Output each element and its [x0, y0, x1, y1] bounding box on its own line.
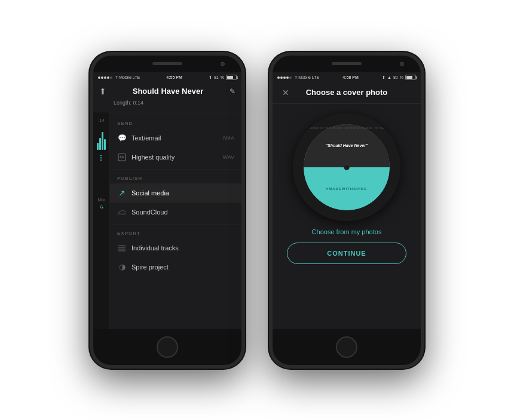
- vinyl-ring-text: THE WORLD IS YOUR STUDIO · RECORD ANYWHE…: [304, 127, 390, 130]
- close-button[interactable]: ✕: [280, 87, 292, 99]
- text-email-badge: M4A: [223, 135, 234, 141]
- choose-photos-link[interactable]: Choose from my photos: [312, 228, 382, 235]
- social-media-label: Social media: [131, 189, 234, 197]
- menu-item-individual-tracks[interactable]: Individual tracks: [110, 238, 241, 257]
- edit-icon[interactable]: ✎: [230, 87, 235, 96]
- battery-bar-2: [405, 75, 416, 80]
- send-section-label: SEND: [110, 117, 241, 128]
- menu-panel: SEND 💬 Text/email M4A Highest quality WA…: [110, 112, 241, 329]
- soundcloud-label: SoundCloud: [131, 209, 234, 216]
- phone-1-screen: T-Mobile LTE 4:55 PM ⬆ 81 % ⬆ Should Hav…: [93, 72, 241, 329]
- menu-item-social-media[interactable]: ↗ Social media: [110, 183, 241, 203]
- status-right-1: ⬆ 81 %: [209, 75, 237, 80]
- divider-2: [110, 224, 241, 225]
- spire-project-icon: ◑: [117, 262, 127, 272]
- phone-1: T-Mobile LTE 4:55 PM ⬆ 81 % ⬆ Should Hav…: [90, 52, 245, 369]
- highest-quality-label: Highest quality: [131, 154, 218, 161]
- location-icon: ⬆: [209, 75, 212, 80]
- status-left-2: T-Mobile LTE: [277, 75, 319, 79]
- three-dots-1: •••: [99, 155, 104, 161]
- carrier-2: T-Mobile LTE: [295, 75, 319, 79]
- menu-item-text-email[interactable]: 💬 Text/email M4A: [110, 128, 241, 148]
- individual-tracks-label: Individual tracks: [131, 244, 234, 252]
- battery-pct-2: 80: [393, 75, 398, 79]
- signal-dots-2: [277, 76, 292, 79]
- continue-button[interactable]: CONTINUE: [287, 243, 406, 264]
- battery-pct-symbol: %: [221, 75, 224, 79]
- battery-pct-1: 81: [214, 75, 219, 79]
- screen2-title: Choose a cover photo: [306, 88, 388, 97]
- share-icon[interactable]: ⬆: [99, 87, 106, 96]
- menu-item-highest-quality[interactable]: Highest quality WAV: [110, 148, 241, 167]
- phone-2-camera: [400, 62, 404, 66]
- text-email-label: Text/email: [131, 134, 218, 142]
- battery-bar-1: [226, 75, 237, 80]
- phone-1-speaker: [152, 62, 182, 65]
- waveform-panel: :14 ••• Mix ↺: [93, 112, 110, 329]
- phone-2-screen: T-Mobile LTE 4:58 PM ⬆ ▲ 80 % ✕ Choose a…: [273, 72, 421, 329]
- spire-project-label: Spire project: [131, 263, 234, 271]
- time-1: 4:55 PM: [166, 75, 182, 79]
- phone-1-camera: [221, 62, 225, 66]
- phone-1-top-bar: [93, 56, 241, 72]
- home-button-1[interactable]: [157, 336, 178, 358]
- phone-2: T-Mobile LTE 4:58 PM ⬆ ▲ 80 % ✕ Choose a…: [269, 52, 424, 369]
- highest-quality-badge: WAV: [223, 154, 235, 160]
- status-bar-1: T-Mobile LTE 4:55 PM ⬆ 81 %: [93, 72, 241, 83]
- divider-1: [110, 169, 241, 170]
- vinyl-container: THE WORLD IS YOUR STUDIO · RECORD ANYWHE…: [293, 114, 400, 221]
- screen1-header: ⬆ Should Have Never ✎ Length: 0:14: [93, 83, 241, 112]
- home-button-2[interactable]: [336, 336, 357, 358]
- phone-2-speaker: [332, 62, 362, 65]
- three-dots-2: ↺: [99, 205, 104, 210]
- status-bar-2: T-Mobile LTE 4:58 PM ⬆ ▲ 80 %: [273, 72, 421, 83]
- vinyl-record: THE WORLD IS YOUR STUDIO · RECORD ANYWHE…: [293, 114, 400, 221]
- text-email-icon: 💬: [117, 133, 127, 143]
- publish-section-label: PUBLISH: [110, 172, 241, 183]
- individual-tracks-icon: [117, 243, 127, 253]
- waveform-visual: [97, 126, 106, 150]
- menu-item-soundcloud[interactable]: SoundCloud: [110, 203, 241, 222]
- mix-label: Mix: [97, 197, 105, 203]
- carrier-1: T-Mobile LTE: [115, 75, 140, 79]
- screen2-body: THE WORLD IS YOUR STUDIO · RECORD ANYWHE…: [273, 104, 421, 329]
- export-section-label: EXPORT: [110, 227, 241, 238]
- phone-1-bottom: [93, 329, 241, 365]
- wifi-icon: ▲: [387, 75, 391, 79]
- menu-item-spire-project[interactable]: ◑ Spire project: [110, 257, 241, 277]
- waveform-time: :14: [99, 118, 105, 122]
- location-icon-2: ⬆: [382, 75, 386, 80]
- battery-pct-symbol-2: %: [400, 75, 403, 79]
- song-title: Should Have Never: [133, 87, 204, 96]
- signal-dots: [98, 76, 112, 79]
- social-media-icon: ↗: [117, 188, 127, 198]
- soundcloud-icon: [117, 207, 127, 217]
- length-label: Length: 0:14: [114, 100, 143, 106]
- screen1-body: :14 ••• Mix ↺ SEND 💬 Text/email M4A: [93, 112, 241, 329]
- vinyl-hole: [344, 164, 350, 170]
- time-2: 4:58 PM: [342, 75, 358, 79]
- status-right-2: ⬆ ▲ 80 %: [382, 75, 416, 80]
- phone-2-bottom: [273, 329, 421, 365]
- highest-quality-icon: [117, 152, 127, 162]
- screen2-header: ✕ Choose a cover photo: [273, 83, 421, 104]
- phone-2-top-bar: [273, 56, 421, 72]
- status-left-1: T-Mobile LTE: [98, 75, 140, 79]
